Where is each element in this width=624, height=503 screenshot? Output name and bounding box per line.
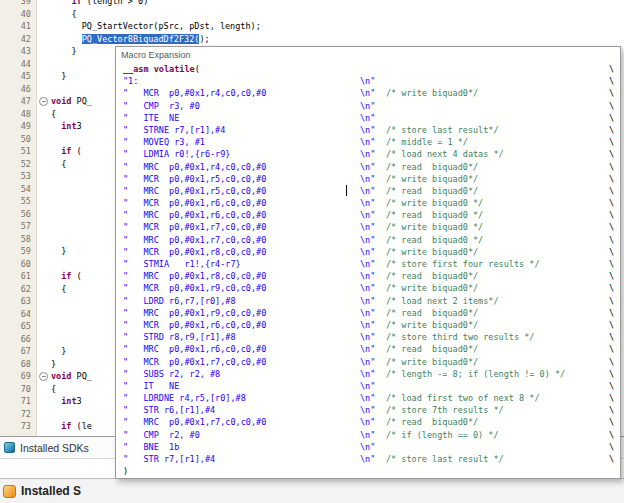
fold-spacer <box>36 195 51 208</box>
line-continuation: \ <box>604 368 614 380</box>
asm-string: " CMP r3, #0 <box>123 100 360 112</box>
installed-sdks-tab-label: Installed SDKs <box>20 442 89 454</box>
macro-expansion-line: " MCR p0,#0x1,r6,c0,c0,#0\n"/* write biq… <box>123 197 614 209</box>
fold-spacer <box>36 158 51 171</box>
line-number[interactable]: 46 <box>0 83 36 96</box>
line-number[interactable]: 56 <box>0 208 36 221</box>
line-number[interactable]: 60 <box>0 258 36 271</box>
newline-escape: \n" <box>360 356 386 368</box>
macro-expansion-line: " MCR p0,#0x1,r4,c0,c0,#0\n"/* write biq… <box>123 87 614 99</box>
code-text: if ( <box>51 145 82 158</box>
asm-string: " MCR p0,#0x1,r7,c0,c0,#0 <box>123 221 360 233</box>
asm-comment: /* write biquad0*/ <box>386 173 604 185</box>
line-number[interactable]: 62 <box>0 283 36 296</box>
line-number[interactable]: 63 <box>0 295 36 308</box>
newline-escape: \n" <box>360 295 386 307</box>
macro-expansion-line: " LDMIA r0!,{r6-r9}\n"/* load next 4 dat… <box>123 148 614 160</box>
fold-spacer <box>36 345 51 358</box>
line-number[interactable]: 64 <box>0 308 36 321</box>
line-number[interactable]: 47 <box>0 95 36 108</box>
newline-escape: \n" <box>360 307 386 319</box>
code-text: { <box>51 8 77 21</box>
line-number[interactable]: 48 <box>0 108 36 121</box>
code-line[interactable]: 41 PQ_StartVector(pSrc, pDst, length); <box>0 20 624 33</box>
line-number[interactable]: 42 <box>0 33 36 46</box>
code-text: } <box>51 70 66 83</box>
line-number[interactable]: 52 <box>0 158 36 171</box>
newline-escape: \n" <box>360 75 386 87</box>
line-number[interactable]: 40 <box>0 8 36 21</box>
newline-escape: \n" <box>360 221 386 233</box>
line-number[interactable]: 61 <box>0 270 36 283</box>
macro-expansion-line: " CMP r3, #0\n"\ <box>123 100 614 112</box>
fold-spacer <box>36 308 51 321</box>
macro-expansion-popup[interactable]: Macro Expansion __asm volatile(\"1:\n"\"… <box>115 46 621 479</box>
line-number[interactable]: 44 <box>0 58 36 71</box>
newline-escape: \n" <box>360 185 386 197</box>
line-number[interactable]: 51 <box>0 145 36 158</box>
line-continuation: \ <box>604 404 614 416</box>
fold-spacer <box>36 170 51 183</box>
fold-spacer <box>36 58 51 71</box>
line-number[interactable]: 71 <box>0 395 36 408</box>
line-continuation: \ <box>604 87 614 99</box>
installed-sdks-view-icon <box>3 485 16 498</box>
asm-string: " MCR p0,#0x1,r4,c0,c0,#0 <box>123 87 360 99</box>
code-token: { <box>51 109 56 119</box>
line-number[interactable]: 65 <box>0 320 36 333</box>
line-number[interactable]: 66 <box>0 333 36 346</box>
asm-string: " MRC p0,#0x1,r6,c0,c0,#0 <box>123 209 360 221</box>
line-number[interactable]: 45 <box>0 70 36 83</box>
installed-sdks-view-tab[interactable]: Installed S <box>0 478 624 503</box>
newline-escape: \n" <box>360 209 386 221</box>
line-number[interactable]: 70 <box>0 383 36 396</box>
asm-string: " MCR p0,#0x1,r6,c0,c0,#0 <box>123 319 360 331</box>
newline-escape: \n" <box>360 441 386 453</box>
line-number[interactable]: 39 <box>0 0 36 8</box>
fold-collapse-icon[interactable] <box>36 95 51 108</box>
code-token: 3 <box>77 121 82 131</box>
line-number[interactable]: 59 <box>0 245 36 258</box>
code-token: { <box>51 384 56 394</box>
fold-spacer <box>36 333 51 346</box>
code-token: ( <box>195 64 200 74</box>
asm-comment: /* read biquad0*/ <box>386 185 604 197</box>
code-line[interactable]: 40 { <box>0 8 624 21</box>
line-number[interactable]: 58 <box>0 233 36 246</box>
fold-spacer <box>36 383 51 396</box>
asm-string: " MCR p0,#0x1,r5,c0,c0,#0 <box>123 173 360 185</box>
line-number[interactable]: 53 <box>0 170 36 183</box>
line-continuation: \ <box>604 319 614 331</box>
newline-escape: \n" <box>360 380 386 392</box>
asm-comment: /* load next 2 items*/ <box>386 295 604 307</box>
newline-escape: \n" <box>360 161 386 173</box>
asm-string: " CMP r2, #0 <box>123 429 360 441</box>
asm-string: " STMIA r1!,{r4-r7} <box>123 258 360 270</box>
newline-escape: \n" <box>360 270 386 282</box>
line-number[interactable]: 55 <box>0 195 36 208</box>
fold-spacer <box>36 70 51 83</box>
macro-expansion-line: " IT NE\n"\ <box>123 380 614 392</box>
line-number[interactable]: 67 <box>0 345 36 358</box>
keyword-token: if <box>71 0 81 6</box>
asm-comment: /* write biquad0*/ <box>386 246 604 258</box>
line-number[interactable]: 41 <box>0 20 36 33</box>
fold-collapse-icon[interactable] <box>36 370 51 383</box>
line-number[interactable]: 73 <box>0 420 36 433</box>
asm-string: " STRNE r7,[r1],#4 <box>123 124 360 136</box>
line-number[interactable]: 57 <box>0 220 36 233</box>
line-number[interactable]: 69 <box>0 370 36 383</box>
line-continuation: \ <box>604 234 614 246</box>
line-number[interactable]: 43 <box>0 45 36 58</box>
fold-spacer <box>36 233 51 246</box>
macro-expansion-title: Macro Expansion <box>116 47 620 62</box>
line-number[interactable]: 50 <box>0 133 36 146</box>
code-line[interactable]: 39 if (length > 0) <box>0 0 624 8</box>
newline-escape: \n" <box>360 258 386 270</box>
line-number[interactable]: 49 <box>0 120 36 133</box>
code-line[interactable]: 42 PQ_Vector8BiquadDf2F32(); <box>0 33 624 46</box>
line-number[interactable]: 68 <box>0 358 36 371</box>
code-text: if (le <box>51 420 92 433</box>
line-number[interactable]: 54 <box>0 183 36 196</box>
line-number[interactable]: 72 <box>0 408 36 421</box>
